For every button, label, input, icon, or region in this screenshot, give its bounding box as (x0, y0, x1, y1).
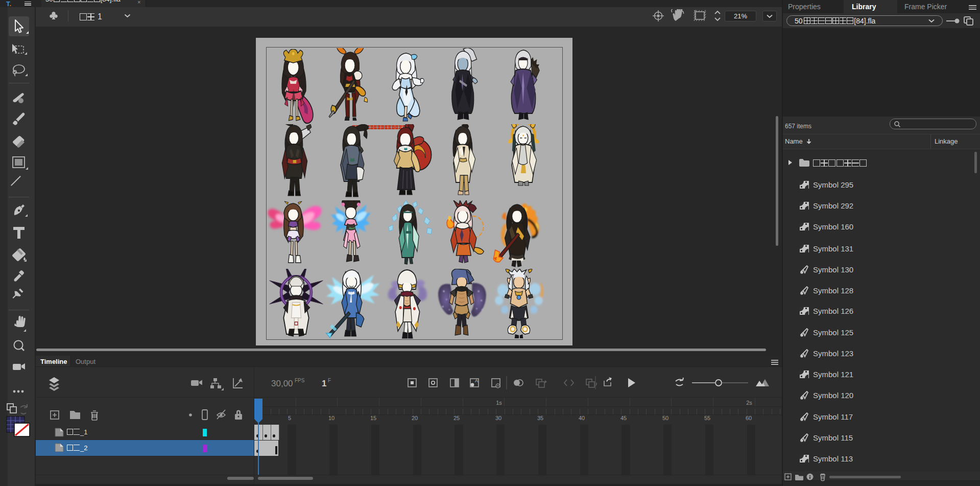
svg-text:FPS: FPS (295, 378, 305, 383)
svg-text:1: 1 (322, 379, 326, 388)
svg-text:A: A (475, 378, 478, 383)
svg-text:F: F (328, 378, 331, 383)
svg-text:30,00: 30,00 (271, 379, 293, 388)
